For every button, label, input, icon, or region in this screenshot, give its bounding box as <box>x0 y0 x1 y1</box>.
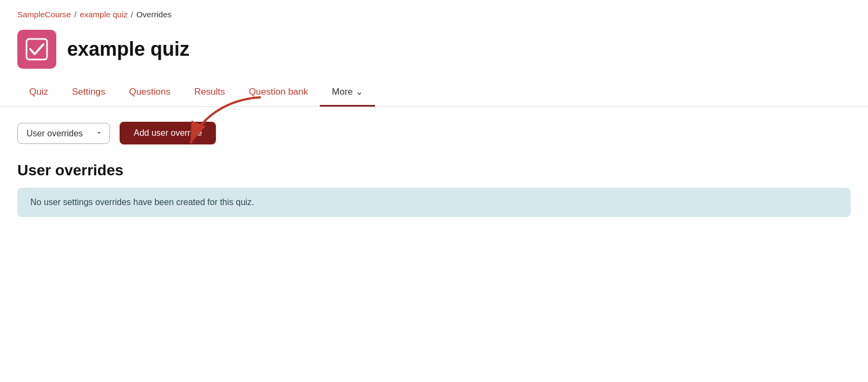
tab-more[interactable]: More ⌄ <box>320 78 375 107</box>
tab-results[interactable]: Results <box>182 79 237 107</box>
breadcrumb-course-link[interactable]: SampleCourse <box>17 10 71 19</box>
override-type-select[interactable]: User overrides Group overrides <box>17 123 110 144</box>
content-area: User overrides Group overrides Add user … <box>0 107 868 232</box>
add-user-override-button[interactable]: Add user override <box>120 122 216 144</box>
breadcrumb-current: Overrides <box>136 10 172 19</box>
empty-state-message: No user settings overrides have been cre… <box>17 188 851 217</box>
quiz-icon <box>17 30 56 69</box>
breadcrumb: SampleCourse / example quiz / Overrides <box>0 0 868 24</box>
chevron-down-icon: ⌄ <box>356 86 363 97</box>
nav-tabs: Quiz Settings Questions Results Question… <box>0 78 868 107</box>
tab-settings[interactable]: Settings <box>60 79 117 107</box>
override-controls: User overrides Group overrides Add user … <box>17 122 851 144</box>
page-header: example quiz <box>0 24 868 78</box>
tab-quiz[interactable]: Quiz <box>17 79 60 107</box>
breadcrumb-sep2: / <box>131 10 133 19</box>
page-title: example quiz <box>67 38 189 61</box>
breadcrumb-sep1: / <box>74 10 76 19</box>
breadcrumb-quiz-link[interactable]: example quiz <box>80 10 127 19</box>
tab-question-bank[interactable]: Question bank <box>237 79 320 107</box>
tab-questions[interactable]: Questions <box>117 79 182 107</box>
section-title: User overrides <box>17 162 851 179</box>
